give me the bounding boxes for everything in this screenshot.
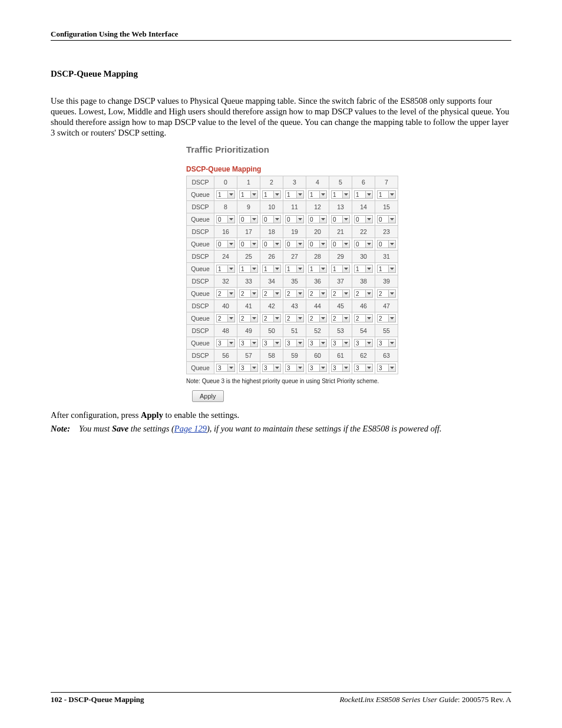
queue-select[interactable]: 3: [216, 339, 235, 347]
queue-select[interactable]: 1: [285, 265, 304, 273]
queue-select[interactable]: 2: [377, 314, 396, 322]
queue-select[interactable]: 0: [285, 240, 304, 248]
queue-select[interactable]: 1: [331, 265, 350, 273]
queue-select[interactable]: 3: [308, 364, 327, 372]
queue-select[interactable]: 1: [216, 265, 235, 273]
queue-select[interactable]: 3: [262, 364, 281, 372]
queue-select[interactable]: 1: [377, 190, 396, 199]
queue-select[interactable]: 3: [377, 339, 396, 347]
apply-button[interactable]: Apply: [192, 390, 224, 402]
note-block: Note: You must Save the settings (Page 1…: [51, 424, 511, 434]
queue-select[interactable]: 0: [239, 215, 258, 223]
queue-select[interactable]: 1: [239, 265, 258, 273]
svg-marker-57: [252, 367, 256, 369]
dscp-header-cell: 26: [260, 250, 283, 262]
queue-select[interactable]: 0: [308, 240, 327, 248]
chevron-down-icon: [319, 340, 326, 347]
queue-row-label: Queue: [187, 337, 214, 349]
queue-cell: 0: [237, 213, 260, 225]
queue-select[interactable]: 0: [216, 215, 235, 223]
svg-marker-7: [390, 193, 394, 196]
queue-select[interactable]: 3: [354, 364, 373, 372]
queue-select[interactable]: 2: [285, 314, 304, 322]
queue-select[interactable]: 3: [308, 339, 327, 347]
queue-cell: 0: [214, 238, 237, 250]
queue-cell: 3: [329, 361, 352, 374]
queue-select[interactable]: 0: [377, 240, 396, 248]
queue-cell: 3: [306, 337, 329, 349]
chevron-down-icon: [296, 290, 303, 297]
dscp-header-cell: 43: [283, 299, 306, 312]
queue-select[interactable]: 1: [262, 265, 281, 273]
footer-page-title: DSCP-Queue Mapping: [68, 695, 144, 704]
dscp-header-cell: 52: [306, 324, 329, 337]
queue-select[interactable]: 0: [239, 240, 258, 248]
queue-select[interactable]: 2: [308, 314, 327, 322]
svg-marker-5: [344, 193, 348, 196]
queue-select-value: 1: [286, 191, 296, 198]
queue-select[interactable]: 2: [239, 289, 258, 298]
queue-select[interactable]: 2: [239, 314, 258, 322]
queue-cell: 2: [283, 312, 306, 324]
chevron-down-icon: [342, 315, 349, 322]
queue-select[interactable]: 0: [331, 240, 350, 248]
queue-select[interactable]: 3: [285, 339, 304, 347]
queue-select[interactable]: 0: [262, 240, 281, 248]
queue-select[interactable]: 3: [377, 364, 396, 372]
queue-select[interactable]: 0: [354, 215, 373, 223]
dscp-row-label: DSCP: [187, 324, 214, 337]
queue-select[interactable]: 0: [354, 240, 373, 248]
queue-select[interactable]: 1: [354, 265, 373, 273]
queue-select[interactable]: 2: [216, 289, 235, 298]
dscp-header-cell: 60: [306, 349, 329, 361]
queue-select[interactable]: 3: [216, 364, 235, 372]
queue-select[interactable]: 2: [331, 289, 350, 298]
queue-select[interactable]: 1: [216, 190, 235, 199]
queue-select[interactable]: 3: [331, 364, 350, 372]
dscp-header-cell: 31: [375, 250, 398, 262]
queue-select-value: 1: [263, 265, 273, 272]
queue-select[interactable]: 1: [308, 190, 327, 199]
queue-select[interactable]: 3: [285, 364, 304, 372]
queue-cell: 1: [375, 188, 398, 200]
queue-select[interactable]: 2: [377, 289, 396, 298]
svg-marker-48: [229, 342, 233, 344]
dscp-header-cell: 41: [237, 299, 260, 312]
queue-select[interactable]: 0: [262, 215, 281, 223]
queue-select[interactable]: 1: [308, 265, 327, 273]
queue-select-value: 2: [286, 290, 296, 297]
queue-cell: 3: [283, 361, 306, 374]
queue-select[interactable]: 1: [354, 190, 373, 199]
queue-select[interactable]: 2: [285, 289, 304, 298]
queue-select[interactable]: 0: [331, 215, 350, 223]
queue-select[interactable]: 2: [354, 289, 373, 298]
queue-select[interactable]: 2: [262, 289, 281, 298]
queue-select[interactable]: 3: [262, 339, 281, 347]
queue-select[interactable]: 0: [377, 215, 396, 223]
ui-screenshot: Traffic Prioritization DSCP-Queue Mappin…: [186, 144, 511, 402]
queue-select[interactable]: 2: [331, 314, 350, 322]
queue-select[interactable]: 1: [377, 265, 396, 273]
queue-select[interactable]: 3: [354, 339, 373, 347]
queue-select[interactable]: 2: [308, 289, 327, 298]
queue-select[interactable]: 0: [308, 215, 327, 223]
queue-select[interactable]: 0: [216, 240, 235, 248]
queue-select[interactable]: 3: [239, 339, 258, 347]
chevron-down-icon: [296, 265, 303, 272]
queue-select[interactable]: 1: [239, 190, 258, 199]
queue-cell: 0: [306, 213, 329, 225]
queue-select[interactable]: 1: [331, 190, 350, 199]
queue-select[interactable]: 1: [262, 190, 281, 199]
queue-select[interactable]: 3: [331, 339, 350, 347]
queue-select[interactable]: 0: [285, 215, 304, 223]
dscp-header-cell: 19: [283, 225, 306, 238]
ui-title: Traffic Prioritization: [186, 144, 511, 154]
dscp-header-cell: 37: [329, 275, 352, 287]
note-link[interactable]: Page 129: [174, 424, 207, 433]
queue-select[interactable]: 1: [285, 190, 304, 199]
dscp-header-cell: 1: [237, 176, 260, 188]
queue-select[interactable]: 3: [239, 364, 258, 372]
queue-select[interactable]: 2: [262, 314, 281, 322]
queue-select[interactable]: 2: [216, 314, 235, 322]
queue-select[interactable]: 2: [354, 314, 373, 322]
